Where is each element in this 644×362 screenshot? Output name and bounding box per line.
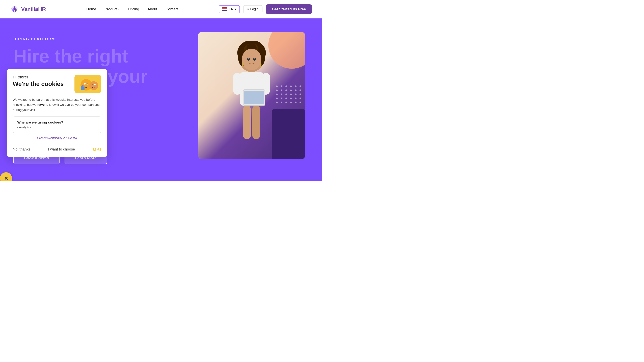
svg-point-19 <box>248 58 250 59</box>
svg-point-35 <box>92 84 93 85</box>
svg-point-28 <box>87 83 88 84</box>
cookie-characters-icon <box>77 76 99 91</box>
cookie-certified: Consents certified by ✔✔ axeptio <box>13 136 101 140</box>
svg-rect-9 <box>233 73 242 95</box>
lang-label: EN <box>229 7 234 11</box>
svg-point-29 <box>82 85 85 87</box>
login-button[interactable]: ▾ Login <box>243 5 262 13</box>
hero-right <box>198 32 308 181</box>
svg-point-13 <box>242 62 243 66</box>
cookie-modal: Hi there! We're the cookies <box>7 69 107 157</box>
hero-image-card <box>198 32 305 159</box>
language-selector[interactable]: EN ▾ <box>219 5 240 13</box>
svg-point-32 <box>90 81 98 90</box>
nav-right: EN ▾ ▾ Login Get Started its Free <box>219 4 312 14</box>
svg-point-38 <box>95 86 97 87</box>
certified-brand: axeptio <box>68 137 77 139</box>
navbar: VanillaHR Home Product ▾ Pricing About C… <box>0 0 322 18</box>
nav-about[interactable]: About <box>148 7 157 11</box>
nav-product[interactable]: Product ▾ <box>105 7 120 11</box>
logo-link[interactable]: VanillaHR <box>10 5 46 13</box>
svg-point-27 <box>84 83 86 84</box>
svg-rect-12 <box>244 91 264 104</box>
logo-text: VanillaHR <box>21 6 46 12</box>
svg-rect-16 <box>252 106 260 139</box>
hero-tag: HIRING PLATFORM <box>14 37 198 41</box>
cookie-why-box: Why are we using cookies? - Analytics <box>13 116 101 133</box>
cookie-ok-button[interactable]: OK! <box>93 147 101 152</box>
nav-links: Home Product ▾ Pricing About Contact <box>46 7 219 11</box>
logo-icon <box>10 5 19 13</box>
cookie-choose-button[interactable]: I want to choose <box>48 147 75 151</box>
nav-contact[interactable]: Contact <box>166 7 178 11</box>
cookie-body: We waited to be sure that this website i… <box>7 93 107 147</box>
cookie-greeting: Hi there! <box>13 75 64 79</box>
cookie-description: We waited to be sure that this website i… <box>13 97 101 112</box>
cookie-why-item: - Analytics <box>17 126 97 129</box>
svg-point-37 <box>90 86 92 87</box>
svg-point-7 <box>242 49 261 70</box>
close-float-button[interactable]: ✕ <box>0 172 12 181</box>
flag-icon <box>222 7 228 11</box>
hero-image <box>198 32 305 159</box>
woman-figure <box>223 41 280 150</box>
cookie-actions: No, thanks I want to choose OK! <box>7 147 107 157</box>
lang-chevron-icon: ▾ <box>235 7 236 11</box>
svg-rect-15 <box>243 106 251 139</box>
nav-home[interactable]: Home <box>86 7 96 11</box>
chevron-login-icon: ▾ <box>247 7 249 11</box>
cookie-header: Hi there! We're the cookies <box>7 69 107 93</box>
cookie-no-button[interactable]: No, thanks <box>13 147 30 151</box>
get-started-button[interactable]: Get Started its Free <box>266 4 312 14</box>
cookie-why-title: Why are we using cookies? <box>17 120 97 124</box>
hero-section: HIRING PLATFORM Hire the right people fo… <box>0 18 322 181</box>
product-chevron-icon: ▾ <box>118 8 120 10</box>
nav-pricing[interactable]: Pricing <box>128 7 139 11</box>
svg-point-14 <box>260 62 262 66</box>
cookie-title: We're the cookies <box>13 80 64 87</box>
svg-point-20 <box>254 58 256 59</box>
hero-title-line1: Hire the right <box>14 46 198 66</box>
cookie-illustration <box>74 75 101 93</box>
svg-point-36 <box>95 84 96 85</box>
cookie-text-block: Hi there! We're the cookies <box>13 75 64 87</box>
